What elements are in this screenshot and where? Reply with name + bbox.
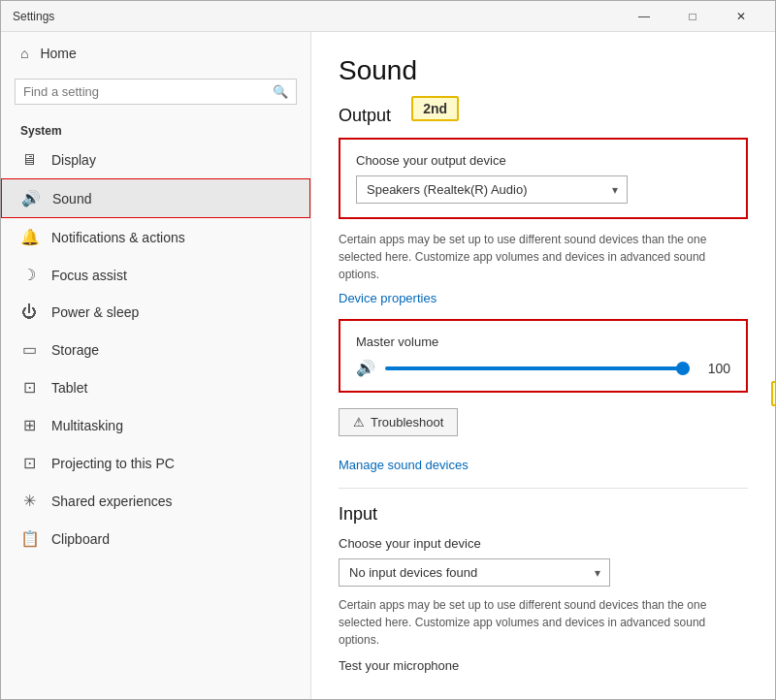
sidebar-item-label-tablet: Tablet: [51, 380, 87, 396]
output-device-select[interactable]: Speakers (Realtek(R) Audio): [356, 175, 628, 204]
home-label: Home: [40, 46, 76, 61]
shared-icon: ✳: [20, 492, 38, 510]
input-device-select-wrapper: No input devices found ▾: [339, 558, 748, 587]
notifications-icon: 🔔: [20, 228, 38, 246]
sidebar-item-label-multitasking: Multitasking: [51, 418, 123, 433]
output-device-box: Choose your output device Speakers (Real…: [339, 138, 748, 219]
window-title: Settings: [13, 10, 622, 23]
focus-icon: ☽: [20, 266, 38, 284]
badge-2nd: 2nd: [411, 96, 459, 121]
sidebar-item-sound[interactable]: 🔊 Sound: [1, 178, 310, 218]
sidebar-item-label-shared: Shared experiences: [51, 493, 173, 509]
power-icon: ⏻: [20, 303, 38, 321]
sidebar-item-storage[interactable]: ▭ Storage: [1, 331, 310, 368]
volume-section: Master volume 🔊 100: [339, 319, 748, 393]
clipboard-icon: 📋: [20, 529, 38, 548]
volume-value: 100: [699, 361, 730, 376]
sidebar-item-display[interactable]: 🖥 Display: [1, 142, 310, 178]
multitasking-icon: ⊞: [20, 416, 38, 434]
home-icon: ⌂: [20, 46, 28, 61]
sound-icon: 🔊: [21, 189, 39, 207]
manage-sound-devices-link[interactable]: Manage sound devices: [339, 458, 469, 472]
troubleshoot-label: Troubleshoot: [371, 415, 443, 430]
content-area: ⌂ Home 🔍 System 🖥 Display 🔊 Sound 1st: [1, 32, 775, 699]
input-device-wrapper: No input devices found ▾: [339, 558, 610, 587]
search-box[interactable]: 🔍: [15, 79, 297, 105]
close-button[interactable]: ✕: [719, 1, 763, 32]
sidebar-item-label-notifications: Notifications & actions: [51, 230, 185, 245]
title-bar: Settings — □ ✕: [1, 1, 775, 32]
storage-icon: ▭: [20, 340, 38, 359]
volume-label: Master volume: [356, 334, 730, 349]
sidebar-item-label-projecting: Projecting to this PC: [51, 456, 175, 471]
output-choose-label: Choose your output device: [356, 153, 730, 168]
sidebar-item-label-display: Display: [51, 152, 96, 168]
troubleshoot-button[interactable]: ⚠ Troubleshoot: [339, 408, 458, 436]
sidebar-section-label: System: [1, 116, 310, 142]
window-controls: — □ ✕: [622, 1, 763, 32]
sidebar-item-tablet[interactable]: ⊡ Tablet: [1, 368, 310, 406]
output-title-wrapper: Output 2nd: [339, 106, 391, 126]
sidebar-item-label-power: Power & sleep: [51, 304, 139, 320]
tablet-icon: ⊡: [20, 378, 38, 397]
output-helper-text: Certain apps may be set up to use differ…: [339, 231, 746, 283]
sidebar-item-label-storage: Storage: [51, 342, 99, 358]
divider: [339, 488, 748, 489]
input-device-select[interactable]: No input devices found: [339, 558, 610, 587]
output-section-title: Output: [339, 106, 391, 126]
projecting-icon: ⊡: [20, 454, 38, 472]
volume-section-wrapper: Master volume 🔊 100 3rd: [339, 319, 748, 393]
search-icon: 🔍: [273, 84, 288, 99]
input-choose-label: Choose your input device: [339, 536, 748, 551]
volume-icon: 🔊: [356, 359, 375, 377]
volume-row: 🔊 100: [356, 359, 730, 377]
volume-slider-thumb: [676, 362, 690, 375]
sidebar-item-projecting[interactable]: ⊡ Projecting to this PC: [1, 444, 310, 482]
sidebar-item-sound-wrapper: 🔊 Sound 1st: [1, 178, 310, 218]
warning-icon: ⚠: [353, 415, 365, 430]
minimize-button[interactable]: —: [622, 1, 666, 32]
volume-slider[interactable]: [385, 366, 690, 370]
sidebar-item-label-sound: Sound: [52, 191, 91, 207]
input-helper-text: Certain apps may be set up to use differ…: [339, 596, 746, 649]
sidebar-item-shared[interactable]: ✳ Shared experiences: [1, 482, 310, 520]
page-title: Sound: [339, 55, 748, 86]
sidebar-item-label-focus: Focus assist: [51, 268, 127, 283]
sidebar-item-home[interactable]: ⌂ Home: [1, 32, 310, 75]
display-icon: 🖥: [20, 151, 38, 169]
test-microphone-label: Test your microphone: [339, 658, 748, 673]
sidebar: ⌂ Home 🔍 System 🖥 Display 🔊 Sound 1st: [1, 32, 311, 699]
badge-3rd: 3rd: [771, 381, 775, 406]
troubleshoot-row: ⚠ Troubleshoot: [339, 408, 748, 446]
sidebar-item-multitasking[interactable]: ⊞ Multitasking: [1, 406, 310, 444]
settings-window: Settings — □ ✕ ⌂ Home 🔍 System 🖥 Display: [0, 0, 776, 700]
maximize-button[interactable]: □: [670, 1, 715, 32]
main-content: Sound Output 2nd Choose your output devi…: [311, 32, 775, 699]
sidebar-item-power[interactable]: ⏻ Power & sleep: [1, 294, 310, 331]
sidebar-item-clipboard[interactable]: 📋 Clipboard: [1, 520, 310, 557]
output-device-select-wrapper: Speakers (Realtek(R) Audio) ▾: [356, 175, 628, 204]
search-input[interactable]: [23, 84, 273, 99]
sidebar-item-label-clipboard: Clipboard: [51, 531, 110, 547]
sidebar-item-focus[interactable]: ☽ Focus assist: [1, 256, 310, 294]
input-section-title: Input: [339, 504, 748, 525]
device-properties-link[interactable]: Device properties: [339, 291, 436, 305]
sidebar-item-notifications[interactable]: 🔔 Notifications & actions: [1, 218, 310, 256]
